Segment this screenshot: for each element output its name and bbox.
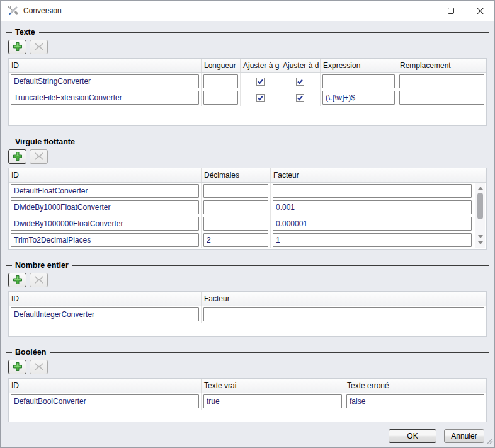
- scroll-down-icon[interactable]: [478, 241, 483, 244]
- table-cell: [280, 89, 321, 106]
- column-header[interactable]: ID: [9, 292, 202, 306]
- cell-textbox[interactable]: DefaultIntegerConverter: [11, 307, 199, 321]
- data-table: IDDécimalesFacteurDefaultFloatConverterD…: [8, 168, 487, 250]
- delete-x-icon: [34, 42, 44, 51]
- table-cell: [241, 73, 280, 89]
- cell-textbox[interactable]: [399, 91, 484, 105]
- cell-textbox[interactable]: DivideBy1000FloatConverter: [11, 200, 199, 214]
- close-icon: [477, 8, 484, 14]
- table-row: DefaultBoolConvertertruefalse: [9, 393, 486, 410]
- table-cell: 1: [271, 232, 474, 248]
- conversion-dialog: Conversion TexteIDLongueurAjuster à gAju…: [0, 0, 495, 448]
- table-header-row: IDLongueurAjuster à gAjuster à dExpressi…: [9, 59, 486, 73]
- data-table: IDLongueurAjuster à gAjuster à dExpressi…: [8, 58, 487, 126]
- cell-textbox[interactable]: TruncateFileExtensionConverter: [11, 91, 199, 105]
- column-header[interactable]: Texte vrai: [202, 379, 344, 393]
- ok-button[interactable]: OK: [389, 429, 436, 443]
- minimize-button[interactable]: [407, 1, 436, 21]
- table-cell: 0.001: [271, 199, 474, 215]
- cell-textbox[interactable]: [203, 217, 268, 231]
- cell-textbox[interactable]: [203, 200, 268, 214]
- add-row-button[interactable]: [8, 273, 26, 287]
- group-header: Nombre entier: [6, 260, 489, 270]
- scrollbar-thumb[interactable]: [477, 193, 483, 219]
- table-cell: TruncateFileExtensionConverter: [9, 89, 202, 106]
- column-header[interactable]: Longueur: [202, 59, 241, 72]
- delete-row-button[interactable]: [30, 40, 48, 54]
- cell-textbox[interactable]: [203, 74, 238, 88]
- add-plus-icon: [13, 42, 23, 52]
- cell-textbox[interactable]: false: [346, 394, 484, 408]
- cell-textbox[interactable]: [203, 184, 268, 198]
- delete-row-button[interactable]: [30, 360, 48, 374]
- cell-checkbox[interactable]: [256, 94, 265, 102]
- column-header[interactable]: Facteur: [271, 168, 486, 182]
- cell-textbox[interactable]: 0.000001: [273, 217, 472, 231]
- scroll-down-icon[interactable]: [478, 235, 483, 238]
- cell-textbox[interactable]: DefaultStringConverter: [11, 74, 199, 88]
- cancel-button[interactable]: Annuler: [444, 429, 484, 443]
- cell-textbox[interactable]: [273, 184, 472, 198]
- table-body: DefaultIntegerConverter: [9, 306, 486, 323]
- close-button[interactable]: [465, 1, 494, 21]
- table-cell: [202, 306, 486, 323]
- cell-textbox[interactable]: [322, 74, 395, 88]
- table-body: DefaultBoolConvertertruefalse: [9, 393, 486, 410]
- add-plus-icon: [13, 151, 23, 161]
- table-body: DefaultStringConverterTruncateFileExtens…: [9, 73, 486, 106]
- cell-textbox[interactable]: 1: [273, 233, 472, 247]
- cell-textbox[interactable]: [203, 307, 484, 321]
- column-header[interactable]: ID: [9, 168, 202, 182]
- column-header[interactable]: Expression: [321, 59, 397, 72]
- column-header[interactable]: Facteur: [202, 292, 486, 306]
- table-row: DefaultStringConverter: [9, 73, 486, 89]
- group-header: Virgule flottante: [6, 137, 489, 147]
- column-header[interactable]: Ajuster à g: [241, 59, 280, 72]
- table-row: TruncateFileExtensionConverter(\.[\w]+)$: [9, 89, 486, 106]
- table-row: TrimTo2DecimalPlaces21: [9, 232, 474, 248]
- cell-checkbox[interactable]: [256, 78, 265, 86]
- check-icon: [297, 79, 303, 84]
- table-header-row: IDTexte vraiTexte erroné: [9, 379, 486, 393]
- cell-textbox[interactable]: 2: [203, 233, 268, 247]
- group-title: Virgule flottante: [15, 137, 75, 146]
- group-border-line: [79, 142, 489, 142]
- cell-textbox[interactable]: [203, 91, 238, 105]
- group-virgule-flottante: Virgule flottanteIDDécimalesFacteurDefau…: [6, 137, 489, 250]
- group-nombre-entier: Nombre entierIDFacteurDefaultIntegerConv…: [6, 260, 489, 337]
- column-header[interactable]: ID: [9, 59, 202, 72]
- cell-textbox[interactable]: TrimTo2DecimalPlaces: [11, 233, 199, 247]
- column-header[interactable]: Remplacement: [397, 59, 486, 72]
- scroll-up-icon[interactable]: [478, 187, 483, 190]
- table-cell: DivideBy1000FloatConverter: [9, 199, 202, 215]
- cell-checkbox[interactable]: [296, 78, 304, 86]
- table-cell: TrimTo2DecimalPlaces: [9, 232, 202, 248]
- table-cell: DivideBy1000000FloatConverter: [9, 215, 202, 232]
- column-header[interactable]: Décimales: [202, 168, 271, 182]
- add-row-button[interactable]: [8, 149, 26, 164]
- column-header[interactable]: Texte erroné: [344, 379, 486, 393]
- maximize-button[interactable]: [436, 1, 465, 21]
- cell-textbox[interactable]: true: [203, 394, 342, 408]
- group-toolbar: [8, 359, 489, 374]
- cell-textbox[interactable]: 0.001: [273, 200, 472, 214]
- cell-checkbox[interactable]: [296, 94, 304, 102]
- cell-textbox[interactable]: DefaultFloatConverter: [11, 184, 199, 198]
- cell-textbox[interactable]: [399, 74, 484, 88]
- column-header[interactable]: ID: [9, 379, 202, 393]
- table-cell: DefaultStringConverter: [9, 73, 202, 89]
- cell-textbox[interactable]: DefaultBoolConverter: [11, 394, 199, 408]
- vertical-scrollbar[interactable]: [475, 183, 485, 248]
- table-header-row: IDDécimalesFacteur: [9, 168, 486, 183]
- group-header: Texte: [6, 27, 489, 37]
- column-header[interactable]: Ajuster à d: [280, 59, 321, 72]
- add-row-button[interactable]: [8, 40, 26, 54]
- delete-row-button[interactable]: [30, 149, 48, 164]
- resize-grip-icon[interactable]: [487, 437, 493, 446]
- table-cell: (\.[\w]+)$: [321, 89, 397, 106]
- delete-row-button[interactable]: [30, 273, 48, 287]
- table-cell: [202, 89, 241, 106]
- cell-textbox[interactable]: (\.[\w]+)$: [322, 91, 395, 105]
- add-row-button[interactable]: [8, 360, 26, 374]
- cell-textbox[interactable]: DivideBy1000000FloatConverter: [11, 217, 199, 231]
